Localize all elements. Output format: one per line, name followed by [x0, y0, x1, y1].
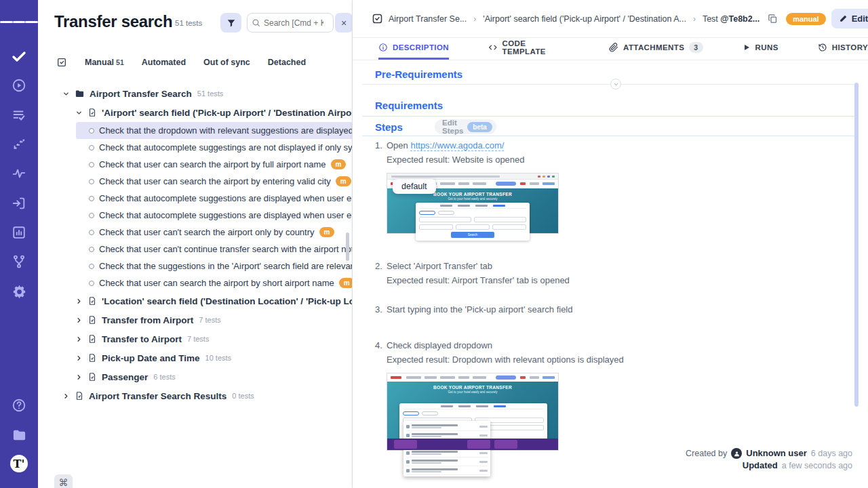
settings-gear-icon[interactable]	[0, 283, 38, 300]
tab-out-of-sync[interactable]: Out of sync	[203, 58, 250, 67]
tree-scrollbar[interactable]	[346, 232, 349, 261]
step-4-expected: Expected result: Dropdown with relevant …	[387, 354, 755, 365]
chevron-right-icon[interactable]	[75, 336, 83, 343]
edit-steps-button[interactable]: Edit Steps beta	[435, 119, 496, 134]
breadcrumb-separator: ›	[693, 14, 696, 24]
tree-test[interactable]: Check that user can search the airport b…	[76, 156, 353, 173]
folder-icon	[75, 89, 85, 99]
mock-search-card: Search	[416, 203, 530, 241]
funnel-icon	[226, 18, 236, 28]
breadcrumb-separator: ›	[473, 14, 476, 24]
detail-scrollbar[interactable]	[854, 83, 859, 407]
meta-info: Created by Unknown user 6 days ago Updat…	[686, 447, 852, 472]
tree-suite[interactable]: Airport Transfer Search Results 0 tests	[38, 386, 353, 405]
projects-folder-icon[interactable]	[0, 427, 38, 443]
search-icon	[252, 18, 260, 27]
tab-runs[interactable]: RUNS	[743, 38, 778, 60]
tree-panel-header: Transfer search 51 tests ×	[38, 0, 353, 43]
test-circle-icon	[89, 247, 94, 252]
copy-id-icon[interactable]	[768, 14, 778, 24]
chevron-down-icon[interactable]	[75, 109, 83, 117]
suite-doc-icon	[87, 315, 97, 325]
command-palette-button[interactable]: ⌘	[54, 474, 73, 488]
breadcrumb-subsuite[interactable]: 'Airport' search field ('Pick-up Airport…	[483, 14, 686, 24]
tree-test[interactable]: Check that user can't search the airport…	[76, 224, 353, 241]
tab-code-template[interactable]: CODE TEMPLATE	[488, 38, 570, 60]
beta-badge: beta	[467, 122, 492, 132]
tests-tree: Airport Transfer Search 51 tests 'Airpor…	[38, 84, 353, 405]
tests-count: 51 tests	[175, 19, 202, 27]
tree-test[interactable]: Check that user can search the airport b…	[76, 173, 353, 190]
test-plans-icon[interactable]	[0, 107, 38, 123]
breadcrumb-test[interactable]: Test @Te8b2...	[703, 14, 760, 24]
tree-suite[interactable]: Transfer from Airport 7 tests	[38, 310, 353, 329]
tree-test[interactable]: Check that user can't continue transfer …	[76, 241, 353, 258]
step-attachment-image[interactable]: BOOK YOUR AIRPORT TRANSFER Get to your h…	[387, 373, 559, 451]
test-circle-icon	[89, 281, 94, 286]
steps-icon[interactable]	[0, 136, 38, 152]
reports-icon[interactable]	[0, 224, 38, 241]
step-attachment-image[interactable]: BOOK YOUR AIRPORT TRANSFER Get to your h…	[387, 173, 559, 234]
tree-test[interactable]: Check that user can search the airport b…	[76, 274, 353, 291]
chevron-down-icon[interactable]	[62, 90, 70, 98]
tree-test[interactable]: Check that autocomplete suggestings are …	[76, 139, 353, 156]
search-close-button[interactable]: ×	[335, 13, 353, 33]
test-detail-panel: Airport Transfer Se... › 'Airport' searc…	[353, 0, 868, 488]
filter-button[interactable]	[220, 13, 241, 33]
tab-automated[interactable]: Automated	[142, 58, 186, 67]
tests-check-icon[interactable]	[0, 49, 38, 65]
tree-suite[interactable]: Passenger 6 tests	[38, 367, 353, 386]
tree-folder[interactable]: Airport Transfer Search 51 tests	[38, 84, 353, 103]
edit-button[interactable]: Edit	[831, 9, 868, 28]
tree-test[interactable]: Check that autocomplete suggestions are …	[76, 207, 353, 224]
test-circle-icon	[89, 264, 94, 269]
tab-detached[interactable]: Detached	[268, 58, 306, 67]
tab-history[interactable]: HISTORY	[818, 38, 868, 60]
workspace-avatar[interactable]: T'	[0, 455, 38, 472]
tab-attachments[interactable]: ATTACHMENTS 3	[609, 38, 703, 60]
step-3: 3. Start typing into the 'Pick-up airpor…	[375, 304, 755, 314]
tree-test[interactable]: Check that the suggestions in the 'Airpo…	[76, 258, 353, 274]
main-sidebar: T'	[0, 0, 38, 488]
tests-tree-panel: Transfer search 51 tests × Manual51 Auto…	[38, 0, 353, 488]
tree-suite[interactable]: 'Airport' search field ('Pick-up Airport…	[38, 103, 353, 122]
help-icon[interactable]	[0, 397, 38, 413]
chevron-right-icon[interactable]	[75, 373, 83, 381]
tree-suite[interactable]: Pick-up Date and Time 10 tests	[38, 348, 353, 367]
search-field[interactable]	[247, 13, 334, 33]
section-requirements: Requirements	[375, 100, 443, 111]
history-clock-icon	[818, 43, 827, 52]
tree-test[interactable]: Check that autocomplete suggestions are …	[76, 190, 353, 207]
paperclip-icon	[609, 43, 618, 52]
chevron-right-icon[interactable]	[75, 354, 83, 362]
search-input[interactable]	[264, 18, 323, 28]
tree-suite[interactable]: Transfer to Airport 7 tests	[38, 329, 353, 348]
test-circle-icon	[89, 196, 94, 201]
chevron-right-icon[interactable]	[75, 298, 83, 305]
page-title: Transfer search	[54, 12, 172, 31]
tab-manual[interactable]: Manual51	[85, 58, 124, 67]
section-pre-requirements: Pre-Requirements	[375, 68, 462, 80]
pull-requests-icon[interactable]	[0, 195, 38, 211]
tab-description[interactable]: DESCRIPTION	[378, 38, 449, 60]
pencil-icon	[839, 14, 848, 23]
chevron-right-icon[interactable]	[75, 317, 83, 324]
tree-test-selected[interactable]: Check that the dropdown with relevant su…	[76, 122, 353, 139]
header-actions: Edit … ×	[831, 9, 868, 28]
breadcrumb-suite[interactable]: Airport Transfer Se...	[389, 14, 467, 24]
chevron-right-icon[interactable]	[62, 392, 70, 400]
manual-m-badge: m	[331, 159, 347, 169]
step-link[interactable]: https://www.agoda.com/	[410, 140, 504, 151]
section-divider	[362, 116, 857, 117]
manual-m-badge: m	[339, 278, 353, 288]
collapse-toggle-icon[interactable]	[610, 79, 621, 89]
user-avatar-icon	[731, 448, 742, 459]
select-all-icon[interactable]	[56, 57, 67, 68]
test-circle-icon	[89, 213, 94, 218]
menu-icon[interactable]	[0, 14, 38, 30]
step-4: 4. Check displayed dropdown	[375, 340, 755, 350]
branch-icon[interactable]	[0, 253, 38, 270]
pulse-icon[interactable]	[0, 165, 38, 182]
tree-suite[interactable]: 'Location' search field ('Destination Lo…	[38, 291, 353, 310]
runs-play-icon[interactable]	[0, 77, 38, 94]
